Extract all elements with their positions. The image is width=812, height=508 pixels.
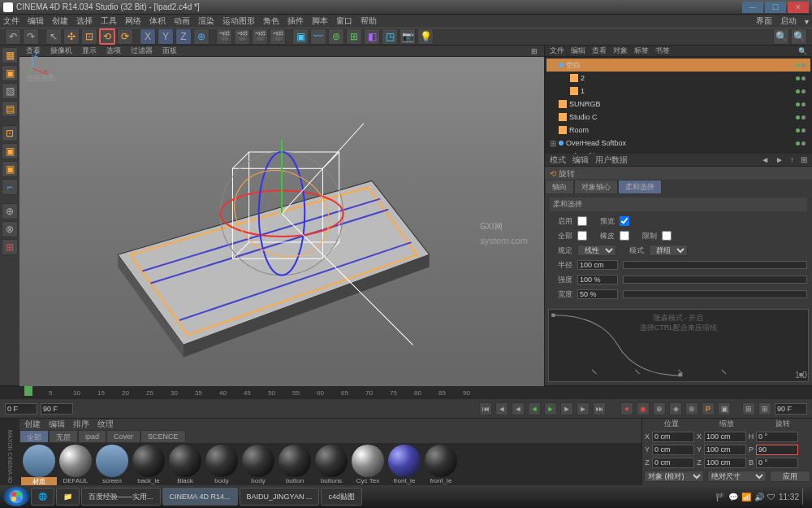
tree-item-2[interactable]: 2 bbox=[546, 72, 810, 85]
tree-item-1[interactable]: 1 bbox=[546, 85, 810, 98]
texture-mode[interactable]: ▨ bbox=[2, 83, 18, 99]
rot-p[interactable] bbox=[756, 445, 798, 455]
workplane[interactable]: ⊞ bbox=[2, 239, 18, 255]
tl-play-forward[interactable]: ► bbox=[544, 402, 557, 415]
radius-input[interactable] bbox=[577, 260, 618, 270]
tl-key-rot[interactable]: ⊗ bbox=[685, 402, 698, 415]
deformer[interactable]: ◧ bbox=[364, 28, 380, 45]
tray-volume-icon[interactable]: 🔊 bbox=[754, 493, 764, 501]
attr-menu-mode[interactable]: 模式 bbox=[550, 154, 566, 166]
pos-z[interactable] bbox=[652, 458, 694, 468]
menu-mograph[interactable]: 运动图形 bbox=[222, 15, 255, 27]
coord-rel-select[interactable]: 绝对尺寸 bbox=[707, 471, 767, 482]
tl-opt1[interactable]: ⊞ bbox=[742, 402, 755, 415]
tl-prev-frame[interactable]: ◄ bbox=[512, 402, 525, 415]
width-input[interactable] bbox=[577, 289, 618, 299]
rot-b[interactable] bbox=[756, 458, 798, 468]
tray-network-icon[interactable]: 📶 bbox=[741, 493, 751, 501]
pos-x[interactable] bbox=[652, 432, 694, 442]
om-menu-object[interactable]: 对象 bbox=[613, 46, 628, 56]
tray-flag-icon[interactable]: 🏴 bbox=[715, 493, 725, 501]
mat-menu-sort[interactable]: 排序 bbox=[73, 419, 89, 430]
task-c4d贴图[interactable]: c4d贴图 bbox=[321, 488, 362, 506]
attr-menu-edit[interactable]: 编辑 bbox=[572, 154, 589, 166]
tl-play-backward[interactable]: ◄ bbox=[528, 402, 541, 415]
snap-settings[interactable]: ⊗ bbox=[2, 221, 18, 237]
scale-x[interactable] bbox=[704, 432, 746, 442]
redo-button[interactable]: ↷ bbox=[23, 28, 39, 45]
rotate-tool[interactable]: ⟲ bbox=[99, 28, 115, 45]
render-view[interactable]: 🎬 bbox=[216, 28, 232, 45]
move-tool[interactable]: ✣ bbox=[63, 28, 80, 45]
tree-item-Studio C[interactable]: Studio C bbox=[546, 111, 810, 124]
tl-prev-key[interactable]: ◄ bbox=[495, 402, 508, 415]
tl-goto-start[interactable]: ⏮ bbox=[479, 402, 492, 415]
clock[interactable]: 11:32 bbox=[779, 493, 799, 501]
tl-key-pos[interactable]: ⊕ bbox=[653, 402, 666, 415]
menu-file[interactable]: 文件 bbox=[3, 15, 19, 27]
radius-slider[interactable] bbox=[623, 261, 807, 269]
snap-toggle[interactable]: ⊕ bbox=[2, 203, 18, 219]
attr-up-icon[interactable]: ↑ bbox=[790, 155, 794, 164]
area-checkbox[interactable] bbox=[577, 231, 587, 241]
menu-plugins[interactable]: 插件 bbox=[287, 15, 304, 27]
minimize-button[interactable]: — bbox=[742, 2, 763, 13]
camera[interactable]: 📷 bbox=[400, 28, 416, 45]
menu-char[interactable]: 角色 bbox=[263, 15, 279, 27]
tl-next-frame[interactable]: ► bbox=[560, 402, 573, 415]
menu-mesh[interactable]: 网络 bbox=[125, 15, 141, 27]
tree-item-SUNRGB[interactable]: SUNRGB bbox=[546, 98, 810, 111]
tl-current-input[interactable] bbox=[41, 403, 73, 415]
rubber-checkbox[interactable] bbox=[620, 231, 629, 241]
make-editable[interactable]: ▦ bbox=[2, 47, 18, 63]
scale-select[interactable]: 线性 bbox=[577, 245, 616, 256]
mode-select[interactable]: 群组 bbox=[649, 245, 688, 256]
scale-y[interactable] bbox=[704, 445, 746, 455]
edge-mode[interactable]: ▣ bbox=[2, 143, 18, 159]
attr-tab-object-axis[interactable]: 对象轴心 bbox=[574, 180, 618, 194]
menu-select[interactable]: 选择 bbox=[76, 15, 93, 27]
coord-mode-select[interactable]: 对象 (相对) bbox=[644, 471, 704, 482]
om-menu-edit[interactable]: 编辑 bbox=[571, 46, 585, 56]
mat-tab-全部[interactable]: 全部 bbox=[19, 430, 49, 443]
menu-window[interactable]: 窗口 bbox=[336, 15, 352, 27]
point-mode[interactable]: ⊡ bbox=[2, 125, 18, 141]
attr-nav-fwd-icon[interactable]: ► bbox=[775, 155, 784, 164]
object-tree[interactable]: 空白21SUNRGBStudio CRoom⊞OverHead Softbox⊞… bbox=[545, 57, 812, 154]
om-menu-file[interactable]: 文件 bbox=[550, 46, 564, 56]
menu-script[interactable]: 脚本 bbox=[312, 15, 328, 27]
y-axis-toggle[interactable]: Y bbox=[158, 28, 174, 45]
tl-key-param[interactable]: P bbox=[702, 402, 715, 415]
attr-nav-back-icon[interactable]: ◄ bbox=[761, 155, 769, 164]
pos-y[interactable] bbox=[652, 445, 694, 455]
tree-item-Room[interactable]: Room bbox=[546, 124, 810, 137]
tl-start-input[interactable] bbox=[5, 403, 37, 415]
scale-tool[interactable]: ⊡ bbox=[81, 28, 97, 45]
viewport-3d[interactable]: 透视视图 bbox=[19, 57, 544, 387]
array-primitive[interactable]: ⊞ bbox=[346, 28, 362, 45]
limit-checkbox[interactable] bbox=[662, 231, 672, 241]
x-axis-toggle[interactable]: X bbox=[140, 28, 156, 45]
menu-help[interactable]: 帮助 bbox=[361, 15, 377, 27]
scale-z[interactable] bbox=[704, 458, 746, 468]
mat-menu-edit[interactable]: 编辑 bbox=[49, 419, 65, 430]
apply-button[interactable]: 应用 bbox=[770, 471, 810, 482]
om-menu-view[interactable]: 查看 bbox=[592, 46, 607, 56]
tl-key-pla[interactable]: ▣ bbox=[718, 402, 731, 415]
maximize-button[interactable]: ☐ bbox=[765, 2, 786, 13]
tl-record[interactable]: ● bbox=[620, 402, 633, 415]
tl-key-scale[interactable]: ◈ bbox=[669, 402, 682, 415]
attr-tab-soft[interactable]: 柔和选择 bbox=[618, 180, 662, 194]
z-axis-toggle[interactable]: Z bbox=[175, 28, 192, 45]
task-BAIDU_JINGYAN ...[interactable]: BAIDU_JINGYAN ... bbox=[240, 488, 320, 506]
environment[interactable]: ◳ bbox=[382, 28, 398, 45]
start-button[interactable] bbox=[3, 487, 29, 506]
menu-render[interactable]: 渲染 bbox=[198, 15, 214, 27]
workplane-mode[interactable]: ▤ bbox=[2, 101, 18, 117]
mat-menu-texture[interactable]: 纹理 bbox=[97, 419, 114, 430]
layout-dropdown[interactable]: 启动 bbox=[780, 15, 797, 27]
model-mode[interactable]: ▣ bbox=[2, 65, 18, 81]
rot-h[interactable] bbox=[756, 432, 798, 442]
mat-tab-SCENCE[interactable]: SCENCE bbox=[140, 430, 186, 443]
menu-volume[interactable]: 体积 bbox=[149, 15, 166, 27]
